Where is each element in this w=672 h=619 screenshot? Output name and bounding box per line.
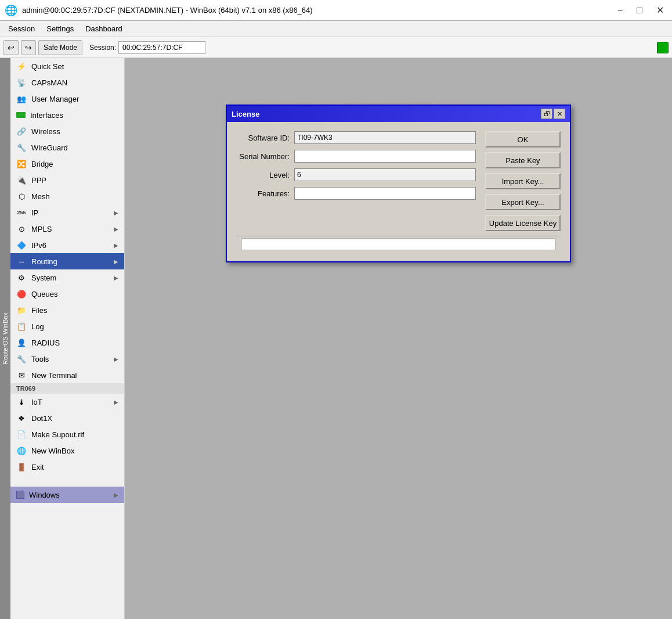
quick-set-icon: ⚡ — [16, 61, 27, 71]
sidebar-item-windows[interactable]: Windows ▶ — [10, 487, 124, 503]
sidebar-item-wireguard[interactable]: 🔧 WireGuard — [10, 139, 124, 156]
sidebar-item-label-capsman: CAPsMAN — [31, 78, 118, 87]
sidebar-item-make-supout[interactable]: 📄 Make Supout.rif — [10, 426, 124, 442]
radius-icon: 👤 — [16, 337, 27, 348]
sidebar-item-wireless[interactable]: 🔗 Wireless — [10, 123, 124, 139]
sidebar-item-ip[interactable]: 255 IP ▶ — [10, 204, 124, 221]
features-label: Features: — [236, 189, 294, 198]
features-row: Features: — [236, 187, 476, 200]
exit-icon: 🚪 — [16, 462, 27, 472]
interfaces-icon — [16, 112, 26, 118]
level-row: Level: — [236, 168, 476, 181]
sidebar-item-bridge[interactable]: 🔀 Bridge — [10, 156, 124, 172]
sidebar-item-system[interactable]: ⚙ System ▶ — [10, 269, 124, 286]
sidebar-item-new-terminal[interactable]: ✉ New Terminal — [10, 367, 124, 383]
dialog-statusbar — [236, 236, 561, 252]
sidebar-item-interfaces[interactable]: Interfaces — [10, 107, 124, 123]
queues-icon: 🔴 — [16, 289, 27, 299]
sidebar-item-tools[interactable]: 🔧 Tools ▶ — [10, 351, 124, 367]
ip-arrow: ▶ — [114, 210, 118, 216]
ipv6-icon: 🔷 — [16, 240, 27, 250]
sidebar-item-exit[interactable]: 🚪 Exit — [10, 459, 124, 475]
menu-session[interactable]: Session — [2, 22, 41, 35]
sidebar-item-iot[interactable]: 🌡 IoT ▶ — [10, 394, 124, 410]
dialog-statusbar-inner — [241, 239, 556, 250]
back-button[interactable]: ↩ — [3, 40, 19, 55]
sidebar-item-mesh[interactable]: ⬡ Mesh — [10, 188, 124, 204]
sidebar-item-dot1x[interactable]: ❖ Dot1X — [10, 410, 124, 426]
paste-key-button[interactable]: Paste Key — [485, 152, 561, 168]
make-supout-icon: 📄 — [16, 429, 27, 440]
import-key-button[interactable]: Import Key... — [485, 173, 561, 189]
sidebar-item-label-exit: Exit — [31, 463, 118, 472]
log-icon: 📋 — [16, 321, 27, 332]
ok-button[interactable]: OK — [485, 131, 561, 147]
license-dialog: License 🗗 ✕ Software ID: — [226, 105, 571, 262]
serial-number-label: Serial Number: — [236, 152, 294, 161]
sidebar-item-queues[interactable]: 🔴 Queues — [10, 286, 124, 302]
sidebar-item-label-iot: IoT — [31, 398, 109, 406]
sidebar-item-label-user-manager: User Manager — [31, 95, 118, 103]
sidebar-item-new-winbox[interactable]: 🌐 New WinBox — [10, 442, 124, 459]
sidebar-item-label-tools: Tools — [31, 355, 109, 364]
session-value: 00:0C:29:57:7D:CF — [118, 41, 205, 54]
features-input[interactable] — [294, 187, 476, 200]
windows-arrow: ▶ — [114, 492, 118, 498]
sidebar-item-radius[interactable]: 👤 RADIUS — [10, 334, 124, 351]
sidebar-item-label-files: Files — [31, 306, 118, 315]
dialog-buttons: OK Paste Key Import Key... Export Key...… — [485, 131, 561, 231]
sidebar: RouterOS WinBox ⚡ Quick Set 📡 CAPsMAN 👥 … — [0, 58, 125, 619]
wireguard-icon: 🔧 — [16, 142, 27, 153]
system-icon: ⚙ — [16, 272, 27, 283]
session-label: Session: — [89, 44, 116, 52]
iot-arrow: ▶ — [114, 399, 118, 405]
wireless-icon: 🔗 — [16, 126, 27, 136]
sidebar-item-capsman[interactable]: 📡 CAPsMAN — [10, 74, 124, 91]
software-id-input[interactable] — [294, 131, 476, 144]
serial-number-input[interactable] — [294, 150, 476, 163]
menu-dashboard[interactable]: Dashboard — [80, 22, 128, 35]
dialog-titlebar: License 🗗 ✕ — [227, 106, 570, 122]
files-icon: 📁 — [16, 305, 27, 315]
forward-button[interactable]: ↪ — [21, 40, 36, 55]
level-input[interactable] — [294, 168, 476, 181]
sidebar-item-user-manager[interactable]: 👥 User Manager — [10, 91, 124, 107]
safe-mode-button[interactable]: Safe Mode — [38, 40, 82, 55]
sidebar-item-files[interactable]: 📁 Files — [10, 302, 124, 318]
titlebar-title: admin@00:0C:29:57:7D:CF (NEXTADMIN.NET) … — [22, 6, 313, 15]
minimize-button[interactable]: − — [614, 5, 626, 16]
dialog-body: Software ID: Serial Number: Level: — [227, 122, 570, 261]
sidebar-item-label-wireguard: WireGuard — [31, 143, 118, 152]
dialog-restore-button[interactable]: 🗗 — [541, 109, 552, 119]
maximize-button[interactable]: □ — [633, 5, 646, 16]
sidebar-item-ipv6[interactable]: 🔷 IPv6 ▶ — [10, 237, 124, 253]
sidebar-item-quick-set[interactable]: ⚡ Quick Set — [10, 58, 124, 74]
bridge-icon: 🔀 — [16, 159, 27, 169]
dialog-close-button[interactable]: ✕ — [554, 109, 565, 119]
dialog-grid: Software ID: Serial Number: Level: — [236, 131, 561, 231]
dialog-controls: 🗗 ✕ — [541, 109, 565, 119]
export-key-button[interactable]: Export Key... — [485, 194, 561, 210]
iot-icon: 🌡 — [16, 397, 27, 407]
sidebar-item-ppp[interactable]: 🔌 PPP — [10, 172, 124, 188]
titlebar: 🌐 admin@00:0C:29:57:7D:CF (NEXTADMIN.NET… — [0, 0, 672, 21]
capsman-icon: 📡 — [16, 77, 27, 88]
sidebar-item-label-log: Log — [31, 322, 118, 331]
sidebar-item-label-ipv6: IPv6 — [31, 241, 109, 250]
update-license-button[interactable]: Update License Key — [485, 215, 561, 231]
close-button[interactable]: ✕ — [653, 5, 667, 16]
titlebar-controls: − □ ✕ — [614, 5, 667, 16]
sidebar-item-label-new-winbox: New WinBox — [31, 447, 118, 455]
sidebar-item-mpls[interactable]: ⊙ MPLS ▶ — [10, 221, 124, 237]
sidebar-item-routing[interactable]: ↔ Routing ▶ — [10, 253, 124, 269]
connection-status-indicator — [657, 42, 669, 53]
ip-icon: 255 — [16, 207, 27, 218]
sidebar-item-label-wireless: Wireless — [31, 127, 118, 136]
sidebar-item-label-ppp: PPP — [31, 176, 118, 185]
menu-settings[interactable]: Settings — [41, 22, 80, 35]
sidebar-item-label-mpls: MPLS — [31, 225, 109, 233]
sidebar-item-log[interactable]: 📋 Log — [10, 318, 124, 334]
serial-number-row: Serial Number: — [236, 150, 476, 163]
sidebar-wrapper: RouterOS WinBox ⚡ Quick Set 📡 CAPsMAN 👥 … — [0, 58, 124, 619]
software-id-label: Software ID: — [236, 134, 294, 142]
